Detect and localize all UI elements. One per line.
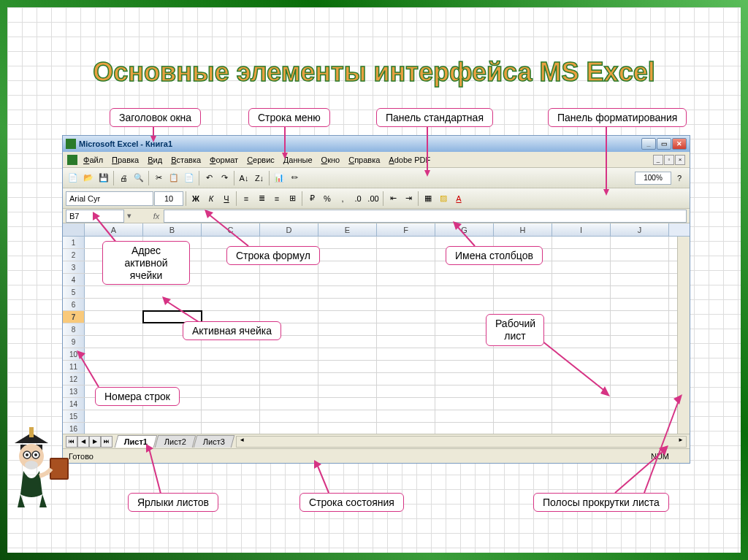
underline-button[interactable]: Ч [219,191,234,206]
row-header[interactable]: 7 [63,311,85,323]
cell[interactable] [202,286,260,298]
cell[interactable] [611,286,669,298]
cell[interactable] [377,261,435,273]
save-button[interactable]: 💾 [96,171,111,185]
redo-button[interactable]: ↷ [217,171,232,185]
cell[interactable] [260,348,318,360]
cell[interactable] [552,311,611,323]
cut-button[interactable]: ✂ [151,171,166,185]
cell[interactable] [260,274,318,285]
cell[interactable] [552,423,611,434]
cell[interactable] [260,373,318,385]
cell[interactable] [435,299,494,310]
cell[interactable] [318,398,377,410]
align-left-button[interactable]: ≡ [239,191,253,206]
cell[interactable] [435,311,494,323]
cell[interactable] [377,386,435,397]
cell[interactable] [318,237,377,248]
cell[interactable] [377,323,435,335]
cell[interactable] [435,323,494,335]
column-header[interactable]: B [143,223,202,236]
cell[interactable] [552,274,611,285]
undo-button[interactable]: ↶ [202,171,216,185]
doc-restore-button[interactable]: ▫ [664,155,674,165]
cell[interactable] [377,249,435,261]
close-button[interactable]: ✕ [672,138,687,150]
cell[interactable] [552,299,611,310]
currency-button[interactable]: ₽ [305,191,319,206]
cell[interactable] [202,361,260,372]
menu-item[interactable]: Сервис [243,154,279,166]
cell[interactable] [85,410,143,422]
fill-color-button[interactable]: ▨ [436,191,451,206]
cell[interactable] [611,336,669,348]
cell[interactable] [552,237,611,248]
cell[interactable] [202,398,260,410]
indent-more-button[interactable]: ⇥ [401,191,416,206]
column-header[interactable]: E [318,223,377,236]
cell[interactable] [611,249,669,261]
cell[interactable] [377,410,435,422]
doc-minimize-button[interactable]: _ [653,155,663,165]
select-all-corner[interactable] [63,223,85,236]
cell[interactable] [377,336,435,348]
cell[interactable] [435,386,494,397]
help-button[interactable]: ? [672,171,687,185]
cell[interactable] [611,274,669,285]
minimize-button[interactable]: _ [641,138,656,150]
cell[interactable] [318,274,377,285]
row-header[interactable]: 3 [63,261,85,273]
cell[interactable] [318,423,377,434]
new-button[interactable]: 📄 [66,171,80,185]
cell[interactable] [260,410,318,422]
cell[interactable] [377,361,435,372]
cell[interactable] [260,299,318,310]
cell[interactable] [318,348,377,360]
cell[interactable] [377,299,435,310]
cell[interactable] [435,336,494,348]
cell[interactable] [318,386,377,397]
cell[interactable] [202,348,260,360]
align-center-button[interactable]: ≣ [254,191,269,206]
cell[interactable] [552,286,611,298]
cell[interactable] [85,323,143,335]
preview-button[interactable]: 🔍 [131,171,146,185]
cell[interactable] [377,311,435,323]
cell[interactable] [318,299,377,310]
cell[interactable] [260,286,318,298]
cell[interactable] [143,410,202,422]
cell[interactable] [494,274,552,285]
drawing-button[interactable]: ✏ [287,171,302,185]
cell[interactable] [318,249,377,261]
row-header[interactable]: 1 [63,237,85,248]
cell[interactable] [85,336,143,348]
doc-close-button[interactable]: × [675,155,685,165]
tab-nav-last[interactable]: ⏭ [101,436,112,448]
cell[interactable] [494,286,552,298]
maximize-button[interactable]: ▭ [657,138,671,150]
cell[interactable] [435,410,494,422]
cell[interactable] [318,336,377,348]
cell[interactable] [611,348,669,360]
cell[interactable] [377,398,435,410]
cell[interactable] [611,311,669,323]
percent-button[interactable]: % [320,191,335,206]
font-size-select[interactable] [154,191,183,206]
increase-decimal-button[interactable]: .0 [351,191,365,206]
cell[interactable] [552,323,611,335]
cell[interactable] [435,398,494,410]
cell[interactable] [260,386,318,397]
cell[interactable] [318,311,377,323]
cell[interactable] [143,348,202,360]
cell[interactable] [611,323,669,335]
cell[interactable] [377,423,435,434]
cell[interactable] [435,348,494,360]
cell[interactable] [318,410,377,422]
cell[interactable] [318,286,377,298]
cell[interactable] [202,274,260,285]
sort-asc-button[interactable]: A↓ [237,171,251,185]
borders-button[interactable]: ▦ [421,191,435,206]
cell[interactable] [377,237,435,248]
cell[interactable] [143,423,202,434]
column-header[interactable]: H [494,223,552,236]
